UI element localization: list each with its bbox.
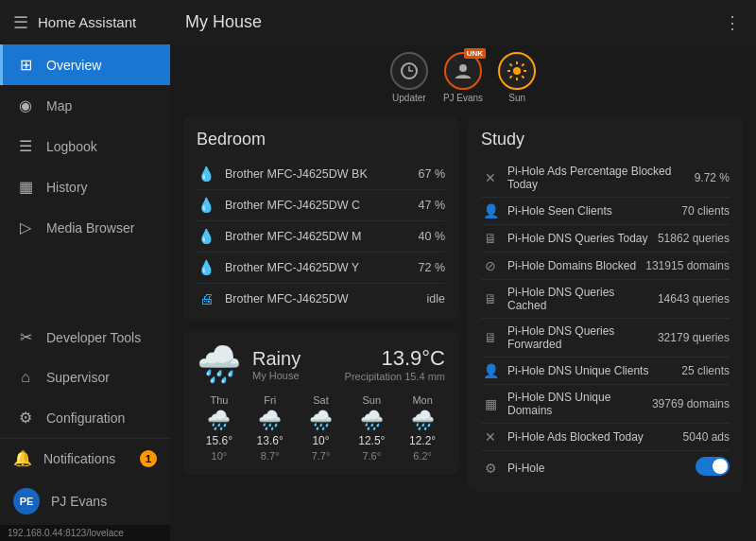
- toggle-knob: [713, 459, 728, 474]
- unk-badge: UNK: [464, 48, 486, 59]
- sidebar-item-configuration-label: Configuration: [46, 410, 125, 426]
- right-column: Study ✕ Pi-Hole Ads Percentage Blocked T…: [468, 116, 743, 532]
- notifications-item[interactable]: 🔔 Notifications 1: [0, 439, 170, 478]
- sidebar-item-configuration[interactable]: ⚙ Configuration: [0, 397, 170, 438]
- sidebar-item-history-label: History: [46, 180, 88, 195]
- pihole-name-9: Pi-Hole: [507, 462, 688, 475]
- pihole-icon-8: ✕: [481, 429, 500, 445]
- url-bar: 192.168.0.44:8123/lovelace: [0, 525, 170, 541]
- sidebar-item-logbook[interactable]: ☰ Logbook: [0, 126, 170, 166]
- sun-label: Sun: [508, 93, 525, 103]
- pj-evans-wrapper: UNK: [444, 52, 482, 90]
- droplet-icon: 💧: [197, 228, 215, 245]
- weather-day-sat: Sat 🌧️ 10° 7.7°: [299, 394, 344, 462]
- sidebar: ☰ Home Assistant ⊞ Overview ◉ Map ☰ Logb…: [0, 0, 170, 541]
- day-low: 8.7°: [261, 450, 280, 462]
- avatar: PE: [13, 488, 40, 515]
- pihole-row-0: ✕ Pi-Hole Ads Percentage Blocked Today 9…: [481, 159, 730, 198]
- weather-precipitation: Precipitation 15.4 mm: [345, 371, 445, 382]
- bell-icon: 🔔: [13, 449, 32, 467]
- pihole-row-8: ✕ Pi-Hole Ads Blocked Today 5040 ads: [481, 424, 730, 451]
- pihole-value-2: 51862 queries: [658, 232, 730, 245]
- app-title: Home Assistant: [38, 14, 136, 30]
- pihole-name-2: Pi-Hole DNS Queries Today: [507, 232, 650, 245]
- sidebar-item-history[interactable]: ▦ History: [0, 166, 170, 207]
- user-name: PJ Evans: [51, 494, 107, 509]
- map-icon: ◉: [16, 96, 35, 114]
- svg-line-8: [522, 76, 524, 78]
- day-label: Thu: [210, 394, 228, 406]
- device-row: 🖨 Brother MFC-J4625DW idle: [197, 284, 445, 313]
- device-row: 💧 Brother MFC-J4625DW M 40 %: [197, 221, 445, 253]
- tools-icon: ✂: [16, 328, 35, 346]
- sidebar-item-overview[interactable]: ⊞ Overview: [0, 44, 170, 85]
- study-card: Study ✕ Pi-Hole Ads Percentage Blocked T…: [468, 116, 743, 492]
- device-value: 47 %: [419, 199, 446, 212]
- sidebar-header: ☰ Home Assistant: [0, 0, 170, 44]
- pihole-name-1: Pi-Hole Seen Clients: [507, 204, 674, 218]
- bedroom-title: Bedroom: [197, 130, 445, 149]
- pihole-icon-5: 🖥: [481, 330, 500, 345]
- user-item[interactable]: PE PJ Evans: [0, 478, 170, 525]
- day-low: 7.7°: [312, 450, 331, 462]
- sidebar-item-map-label: Map: [46, 98, 72, 113]
- svg-point-1: [459, 64, 467, 72]
- pihole-icon-0: ✕: [481, 170, 500, 185]
- weather-icon: 🌧️: [197, 343, 241, 385]
- day-low: 10°: [212, 450, 228, 462]
- sidebar-item-supervisor-label: Supervisor: [46, 370, 110, 385]
- weather-day-mon: Mon 🌧️ 12.2° 6.2°: [400, 394, 445, 462]
- sidebar-item-logbook-label: Logbook: [46, 139, 97, 154]
- weather-right: 13.9°C Precipitation 15.4 mm: [345, 346, 445, 382]
- gear-icon: ⚙: [16, 409, 35, 427]
- pihole-icon-6: 👤: [481, 363, 500, 378]
- svg-line-10: [510, 76, 512, 78]
- weather-temperature: 13.9°C: [345, 346, 445, 371]
- hamburger-icon[interactable]: ☰: [13, 12, 28, 33]
- pihole-name-3: Pi-Hole Domains Blocked: [507, 259, 638, 272]
- droplet-icon: 💧: [197, 166, 215, 183]
- pihole-icon-1: 👤: [481, 203, 500, 218]
- pihole-value-0: 9.72 %: [695, 171, 730, 184]
- pihole-icon-9: ⚙: [481, 461, 500, 476]
- pihole-value-3: 131915 domains: [645, 259, 730, 272]
- sidebar-item-media-browser-label: Media Browser: [46, 220, 134, 236]
- device-value: 72 %: [419, 261, 446, 274]
- pihole-icon-2: 🖥: [481, 231, 500, 246]
- main-content: My House ⋮ Updater: [170, 0, 756, 541]
- toggle-switch[interactable]: [696, 457, 730, 476]
- pihole-icon-7: ▦: [481, 396, 500, 411]
- sidebar-item-developer-tools-label: Developer Tools: [46, 330, 141, 345]
- sidebar-item-media-browser[interactable]: ▷ Media Browser: [0, 207, 170, 248]
- device-name: Brother MFC-J4625DW BK: [225, 167, 409, 181]
- device-row: 💧 Brother MFC-J4625DW Y 72 %: [197, 253, 445, 284]
- pihole-row-2: 🖥 Pi-Hole DNS Queries Today 51862 querie…: [481, 225, 730, 253]
- pihole-name-4: Pi-Hole DNS Queries Cached: [507, 286, 650, 312]
- left-column: Bedroom 💧 Brother MFC-J4625DW BK 67 % 💧 …: [183, 116, 458, 532]
- pihole-value-4: 14643 queries: [658, 292, 730, 305]
- device-value: idle: [427, 292, 445, 305]
- avatar-updater[interactable]: Updater: [390, 52, 428, 103]
- device-name: Brother MFC-J4625DW Y: [225, 261, 409, 274]
- sidebar-item-map[interactable]: ◉ Map: [0, 85, 170, 126]
- svg-point-2: [513, 67, 521, 75]
- page-title: My House: [185, 12, 262, 32]
- weather-day-sun: Sun 🌧️ 12.5° 7.6°: [349, 394, 394, 462]
- grid-icon: ⊞: [16, 56, 35, 74]
- pihole-toggle[interactable]: [696, 457, 730, 479]
- pihole-row-5: 🖥 Pi-Hole DNS Queries Forwarded 32179 qu…: [481, 319, 730, 358]
- avatar-sun[interactable]: Sun: [498, 52, 536, 103]
- pihole-row-9: ⚙ Pi-Hole: [481, 451, 730, 484]
- weather-card: 🌧️ Rainy My House 13.9°C Precipitation 1…: [183, 330, 458, 475]
- droplet-icon: 💧: [197, 197, 215, 214]
- more-options-icon[interactable]: ⋮: [724, 12, 741, 33]
- pihole-name-5: Pi-Hole DNS Queries Forwarded: [507, 324, 650, 351]
- sidebar-item-supervisor[interactable]: ⌂ Supervisor: [0, 358, 170, 397]
- sidebar-item-developer-tools[interactable]: ✂ Developer Tools: [0, 317, 170, 358]
- avatar-pj-evans[interactable]: UNK PJ Evans: [443, 52, 483, 103]
- pihole-value-5: 32179 queries: [658, 331, 730, 344]
- pihole-value-8: 5040 ads: [683, 430, 730, 444]
- device-row: 💧 Brother MFC-J4625DW C 47 %: [197, 190, 445, 221]
- day-label: Fri: [264, 394, 276, 406]
- weather-header: 🌧️ Rainy My House 13.9°C Precipitation 1…: [197, 343, 445, 385]
